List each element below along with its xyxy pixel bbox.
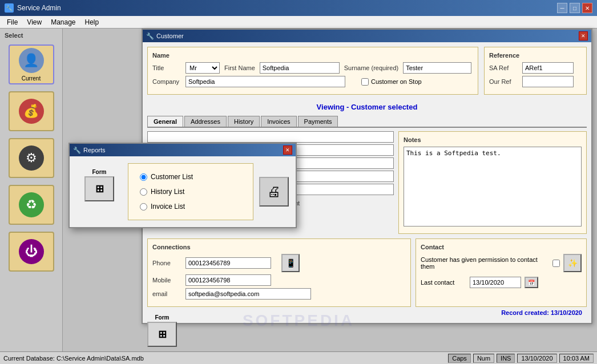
minimize-button[interactable]: ─	[557, 3, 567, 13]
customer-window-icon: 🔧	[146, 33, 154, 40]
our-ref-label: Our Ref	[489, 78, 518, 85]
surname-input[interactable]	[403, 62, 471, 74]
sidebar-btn-green[interactable]: ♻	[9, 185, 54, 225]
our-ref-input[interactable]	[522, 76, 574, 87]
title-bar: 🔧 Service Admin ─ □ ✕	[0, 0, 597, 16]
menu-bar: File View Manage Help	[0, 16, 597, 29]
sa-ref-input[interactable]	[522, 62, 574, 74]
connections-section: Connections Phone 📱 Mobile email	[147, 238, 411, 307]
contact-icon-btn[interactable]: ✨	[563, 254, 582, 272]
reports-close-btn[interactable]: ✕	[283, 145, 292, 155]
bottom-form-label: Form	[155, 314, 170, 321]
customer-window-title: Customer	[156, 33, 184, 39]
finance-icon: 💰	[19, 99, 44, 124]
radio-history-list-input[interactable]	[140, 188, 147, 196]
reports-content: Form ⊞ Customer List History List Invoic…	[70, 156, 296, 227]
close-button[interactable]: ✕	[582, 3, 592, 13]
ins-badge: INS	[497, 354, 515, 363]
mobile-label: Mobile	[152, 277, 181, 284]
caps-badge: Caps	[448, 354, 471, 363]
sidebar-btn-power[interactable]: ⏻	[9, 232, 54, 272]
bottom-area: Connections Phone 📱 Mobile email	[147, 238, 587, 307]
radio-invoice-list-input[interactable]	[140, 203, 147, 211]
status-bar: Current Database: C:\Service Admin\Data\…	[0, 351, 597, 364]
notes-title: Notes	[404, 136, 582, 143]
radio-customer-list-label: Customer List	[151, 173, 193, 181]
maximize-button[interactable]: □	[570, 3, 580, 13]
network-icon: ⚙	[19, 145, 44, 171]
calendar-icon-btn[interactable]: 📅	[525, 277, 538, 288]
customer-on-stop-checkbox[interactable]	[361, 78, 369, 86]
tab-invoices[interactable]: Invoices	[261, 116, 296, 127]
last-contact-label: Last contact	[421, 279, 466, 286]
mobile-input[interactable]	[185, 274, 271, 286]
report-run-btn[interactable]: 🖨	[259, 177, 289, 207]
notes-textarea[interactable]: This is a Softpedia test.	[404, 147, 582, 227]
report-btn-area: 🖨	[259, 163, 289, 220]
radio-invoice-list[interactable]: Invoice List	[140, 203, 241, 211]
date-badge: 13/10/2020	[517, 354, 556, 363]
tab-general[interactable]: General	[147, 116, 183, 127]
radio-customer-list-input[interactable]	[140, 173, 147, 181]
tab-addresses[interactable]: Addresses	[184, 116, 227, 127]
phone-input[interactable]	[185, 257, 271, 269]
radio-customer-list[interactable]: Customer List	[140, 173, 241, 181]
menu-view[interactable]: View	[22, 17, 46, 27]
status-right: Caps Num INS 13/10/2020 10:03 AM	[448, 354, 594, 363]
email-label: email	[152, 290, 181, 297]
first-name-input[interactable]	[260, 62, 340, 74]
customer-window-titlebar: 🔧 Customer ✕	[143, 30, 591, 42]
permission-checkbox[interactable]	[552, 260, 560, 267]
contact-title: Contact	[421, 244, 582, 250]
contact-section: Contact Customer has given permission to…	[416, 238, 587, 307]
notes-box: Notes This is a Softpedia test.	[398, 131, 587, 234]
reference-section: Reference SA Ref Our Ref	[484, 47, 587, 95]
customer-on-stop-label: Customer on Stop	[371, 78, 422, 85]
green-icon: ♻	[19, 192, 44, 217]
record-footer: Record created: 13/10/2020	[147, 307, 587, 318]
num-badge: Num	[473, 354, 494, 363]
name-section: Name Title MrMrsMsDr First Name Surname …	[147, 47, 478, 95]
sidebar-title: Select	[2, 31, 60, 40]
radio-history-list[interactable]: History List	[140, 188, 241, 196]
power-icon: ⏻	[19, 239, 44, 264]
surname-label: Surname (required)	[344, 64, 398, 71]
db-path: Current Database: C:\Service Admin\Data\…	[3, 355, 144, 362]
email-input[interactable]	[185, 288, 311, 300]
phone-icon-btn[interactable]: 📱	[281, 254, 300, 272]
company-input[interactable]	[185, 76, 345, 87]
name-section-title: Name	[152, 52, 473, 59]
reports-window: 🔧 Reports ✕ Form ⊞ Customer List History…	[68, 143, 297, 228]
reports-left: Form ⊞	[76, 163, 122, 220]
sidebar-btn-current-label: Current	[22, 75, 41, 82]
reports-titlebar: 🔧 Reports ✕	[70, 144, 296, 156]
reports-main: Customer List History List Invoice List …	[128, 163, 289, 220]
sidebar: Select 👤 Current 💰 ⚙ ♻ ⏻	[0, 29, 63, 351]
radio-invoice-list-label: Invoice List	[151, 203, 185, 211]
time-badge: 10:03 AM	[559, 354, 594, 363]
radio-history-list-label: History List	[151, 188, 184, 196]
tab-payments[interactable]: Payments	[298, 116, 338, 127]
bottom-form-icon-btn[interactable]: ⊞	[147, 322, 177, 347]
last-contact-input[interactable]	[470, 277, 521, 288]
menu-file[interactable]: File	[2, 17, 22, 27]
radio-group: Customer List History List Invoice List	[128, 163, 253, 220]
tab-history[interactable]: History	[228, 116, 260, 127]
title-select[interactable]: MrMrsMsDr	[185, 62, 220, 74]
form-icon-btn[interactable]: ⊞	[84, 176, 114, 201]
menu-manage[interactable]: Manage	[46, 17, 80, 27]
reference-section-title: Reference	[489, 52, 582, 59]
reports-icon: 🔧	[73, 147, 81, 154]
sidebar-btn-finance[interactable]: 💰	[9, 91, 54, 131]
customer-on-stop-checkbox-group: Customer on Stop	[361, 78, 422, 86]
menu-help[interactable]: Help	[80, 17, 104, 27]
window-controls: ─ □ ✕	[557, 3, 592, 13]
address-field-1[interactable]	[147, 131, 394, 143]
sidebar-btn-network[interactable]: ⚙	[9, 138, 54, 178]
permission-label: Customer has given permission to contact…	[421, 256, 549, 270]
sidebar-btn-current[interactable]: 👤 Current	[9, 45, 54, 84]
sa-ref-label: SA Ref	[489, 64, 518, 71]
connections-title: Connections	[152, 244, 406, 250]
customer-window-close[interactable]: ✕	[579, 31, 588, 41]
form-btn-area: Form ⊞	[84, 169, 114, 201]
